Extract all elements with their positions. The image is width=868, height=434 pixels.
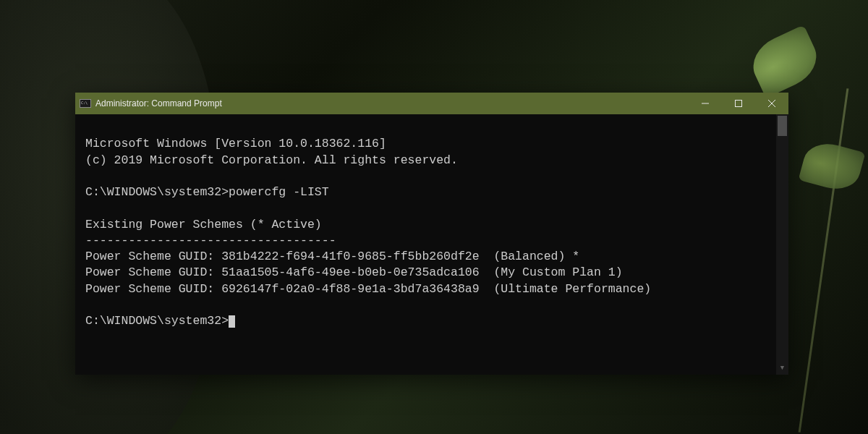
titlebar[interactable]: Administrator: Command Prompt [75, 93, 788, 114]
minimize-icon [702, 100, 709, 107]
scheme-row: Power Scheme GUID: 51aa1505-4af6-49ee-b0… [85, 265, 623, 279]
close-button[interactable] [755, 93, 788, 114]
bg-leaf-top [744, 25, 825, 98]
svg-rect-1 [736, 101, 742, 107]
terminal-output[interactable]: Microsoft Windows [Version 10.0.18362.11… [75, 114, 788, 375]
close-icon [768, 100, 775, 107]
scroll-down-icon[interactable]: ▼ [776, 362, 788, 375]
entered-command: powercfg -LIST [229, 185, 329, 199]
prompt-path: C:\WINDOWS\system32> [85, 314, 229, 328]
scheme-row: Power Scheme GUID: 381b4222-f694-41f0-96… [85, 250, 579, 263]
scrollbar[interactable]: ▲ ▼ [776, 114, 788, 375]
divider-line: ----------------------------------- [85, 234, 336, 247]
cmd-icon [80, 99, 91, 108]
prompt-line-2: C:\WINDOWS\system32> [85, 314, 235, 328]
window-title: Administrator: Command Prompt [95, 98, 689, 109]
schemes-header: Existing Power Schemes (* Active) [85, 218, 322, 231]
maximize-button[interactable] [722, 93, 755, 114]
prompt-path: C:\WINDOWS\system32> [85, 185, 229, 199]
cursor-icon [229, 315, 235, 328]
minimize-button[interactable] [689, 93, 722, 114]
prompt-line-1: C:\WINDOWS\system32>powercfg -LIST [85, 185, 329, 199]
maximize-icon [735, 100, 742, 107]
scheme-row: Power Scheme GUID: 6926147f-02a0-4f88-9e… [85, 282, 651, 296]
window-controls [689, 93, 788, 114]
copyright-line: (c) 2019 Microsoft Corporation. All righ… [85, 153, 458, 167]
version-line: Microsoft Windows [Version 10.0.18362.11… [85, 137, 386, 150]
scrollbar-thumb[interactable] [778, 116, 787, 136]
command-prompt-window: Administrator: Command Prompt Microsoft … [75, 93, 788, 375]
